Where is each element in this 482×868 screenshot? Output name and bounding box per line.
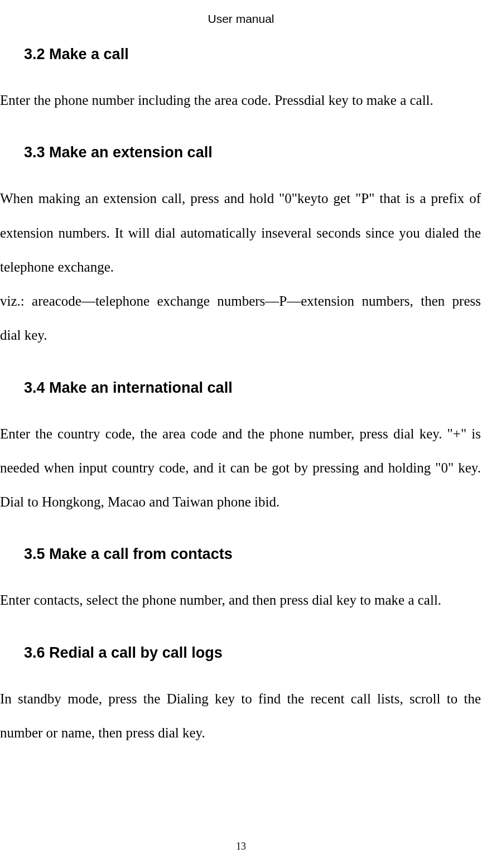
section-body-3-5: Enter contacts, select the phone number,… — [0, 583, 482, 617]
section-body-3-3a: When making an extension call, press and… — [0, 181, 482, 284]
section-body-3-6: In standby mode, press the Dialing key t… — [0, 682, 482, 750]
section-heading-3-5: 3.5 Make a call from contacts — [24, 546, 482, 563]
page-header: User manual — [0, 0, 482, 26]
page-number: 13 — [0, 841, 482, 852]
section-heading-3-2: 3.2 Make a call — [24, 46, 482, 63]
section-body-3-4: Enter the country code, the area code an… — [0, 417, 482, 519]
section-heading-3-4: 3.4 Make an international call — [24, 379, 482, 397]
section-body-3-3b: viz.: areacode—telephone exchange number… — [0, 284, 482, 353]
section-heading-3-6: 3.6 Redial a call by call logs — [24, 644, 482, 662]
section-heading-3-3: 3.3 Make an extension call — [24, 144, 482, 161]
content-area: 3.2 Make a call Enter the phone number i… — [0, 46, 482, 750]
section-body-3-2: Enter the phone number including the are… — [0, 83, 482, 117]
